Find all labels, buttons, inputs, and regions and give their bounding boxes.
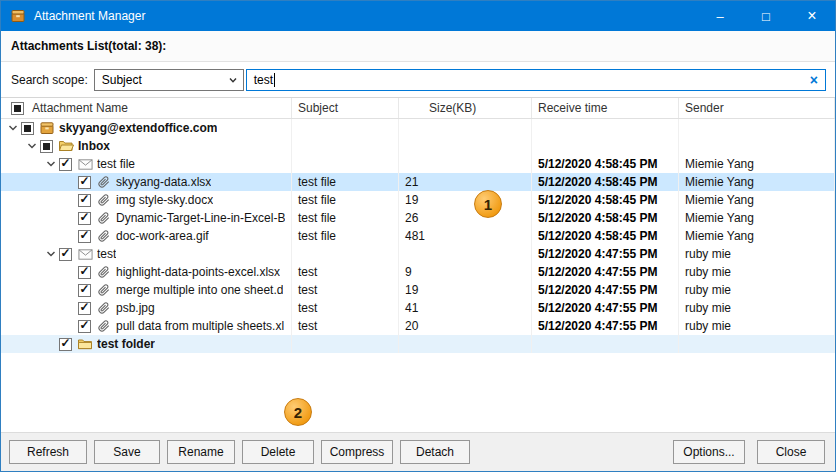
row-checkbox[interactable]: ✓	[78, 230, 91, 243]
cell-subject: test file	[292, 191, 399, 209]
paperclip-icon	[95, 212, 113, 224]
row-checkbox[interactable]: ✓	[78, 212, 91, 225]
row-checkbox[interactable]: ✓	[78, 302, 91, 315]
paperclip-icon	[95, 176, 113, 188]
detach-button[interactable]: Detach	[400, 440, 470, 464]
folder-icon	[76, 336, 94, 352]
row-checkbox[interactable]: ✓	[78, 266, 91, 279]
row-checkbox[interactable]: ✓	[78, 284, 91, 297]
titlebar: Attachment Manager – □ ×	[1, 1, 835, 31]
column-header-size[interactable]: Size(KB)	[399, 98, 532, 118]
compress-button[interactable]: Compress	[321, 440, 393, 464]
expand-chevron-icon[interactable]	[5, 123, 21, 133]
cell-subject: test file	[292, 209, 399, 227]
expand-chevron-icon[interactable]	[43, 249, 59, 259]
cell-sender	[679, 335, 835, 353]
row-checkbox[interactable]: ✓	[78, 320, 91, 333]
row-checkbox[interactable]: ✓	[59, 338, 72, 351]
cell-size: 9	[399, 263, 532, 281]
cell-size: 19	[399, 281, 532, 299]
paperclip-icon	[95, 320, 113, 332]
cell-sender: ruby mie	[679, 263, 835, 281]
table-row[interactable]: ✓pull data from multiple sheets.xltest20…	[1, 317, 835, 335]
save-button[interactable]: Save	[94, 440, 160, 464]
cell-sender: Miemie Yang	[679, 191, 835, 209]
cell-sender	[679, 137, 835, 155]
row-checkbox[interactable]: ✓	[59, 158, 72, 171]
column-header-attachment-name[interactable]: Attachment Name	[1, 98, 292, 118]
cell-attachment-name: ✓img style-sky.docx	[1, 191, 292, 209]
search-input[interactable]: test ×	[246, 69, 826, 91]
cell-sender: ruby mie	[679, 317, 835, 335]
delete-button[interactable]: Delete	[242, 440, 314, 464]
cell-sender: ruby mie	[679, 281, 835, 299]
paperclip-icon	[95, 284, 113, 296]
row-checkbox[interactable]: ✓	[78, 176, 91, 189]
cell-receive-time: 5/12/2020 4:47:55 PM	[532, 263, 679, 281]
row-checkbox[interactable]: ✓	[78, 194, 91, 207]
attachment-name-label: pull data from multiple sheets.xl	[116, 319, 284, 333]
table-row[interactable]: ✓test file5/12/2020 4:58:45 PMMiemie Yan…	[1, 155, 835, 173]
column-label: Attachment Name	[32, 101, 128, 115]
cell-size: 19	[399, 191, 532, 209]
column-header-subject[interactable]: Subject	[292, 98, 399, 118]
table-row[interactable]: ✓skyyang-data.xlsxtest file215/12/2020 4…	[1, 173, 835, 191]
cell-receive-time: 5/12/2020 4:58:45 PM	[532, 227, 679, 245]
refresh-button[interactable]: Refresh	[9, 440, 87, 464]
table-row[interactable]: Inbox	[1, 137, 835, 155]
search-row: Search scope: Subject test ×	[1, 62, 835, 97]
column-label: Size(KB)	[429, 101, 476, 115]
rename-button[interactable]: Rename	[167, 440, 235, 464]
maximize-icon[interactable]: □	[743, 1, 789, 31]
cell-attachment-name: ✓pull data from multiple sheets.xl	[1, 317, 292, 335]
table-header: Attachment Name Subject Size(KB) Receive…	[1, 98, 835, 119]
mail-icon	[76, 158, 94, 171]
search-scope-select[interactable]: Subject	[94, 69, 244, 91]
cell-attachment-name: ✓test folder	[1, 335, 292, 353]
search-scope-value: Subject	[102, 73, 142, 87]
cell-receive-time: 5/12/2020 4:47:55 PM	[532, 245, 679, 263]
table-row[interactable]: ✓test5/12/2020 4:47:55 PMruby mie	[1, 245, 835, 263]
cell-size: 26	[399, 209, 532, 227]
close-icon[interactable]: ×	[789, 1, 835, 31]
row-checkbox[interactable]	[21, 122, 34, 135]
column-header-sender[interactable]: Sender	[679, 98, 835, 118]
options-button[interactable]: Options...	[673, 440, 745, 464]
column-header-receive-time[interactable]: Receive time	[532, 98, 679, 118]
table-row[interactable]: ✓test folder	[1, 335, 835, 353]
cell-sender: Miemie Yang	[679, 209, 835, 227]
table-row[interactable]: ✓highlight-data-points-excel.xlsxtest95/…	[1, 263, 835, 281]
cell-size: 41	[399, 299, 532, 317]
table-row[interactable]: ✓doc-work-area.giftest file4815/12/2020 …	[1, 227, 835, 245]
cell-attachment-name: skyyang@extendoffice.com	[1, 119, 292, 137]
cell-sender: ruby mie	[679, 299, 835, 317]
cell-attachment-name: ✓doc-work-area.gif	[1, 227, 292, 245]
paperclip-icon	[95, 194, 113, 206]
expand-chevron-icon[interactable]	[43, 159, 59, 169]
table-row[interactable]: ✓psb.jpgtest415/12/2020 4:47:55 PMruby m…	[1, 299, 835, 317]
cell-size	[399, 137, 532, 155]
paperclip-icon	[95, 230, 113, 242]
attachment-name-label: doc-work-area.gif	[116, 229, 209, 243]
cell-receive-time: 5/12/2020 4:58:45 PM	[532, 155, 679, 173]
row-checkbox[interactable]: ✓	[59, 248, 72, 261]
clear-search-icon[interactable]: ×	[810, 72, 818, 88]
attachment-name-label: img style-sky.docx	[116, 193, 213, 207]
cell-subject: test file	[292, 227, 399, 245]
attachment-name-label: skyyang-data.xlsx	[116, 175, 211, 189]
select-all-checkbox[interactable]	[11, 102, 24, 115]
expand-chevron-icon[interactable]	[24, 141, 40, 151]
row-checkbox[interactable]	[40, 140, 53, 153]
search-query-text: test	[254, 73, 273, 87]
cell-size: 481	[399, 227, 532, 245]
chevron-down-icon	[228, 75, 238, 85]
app-icon	[10, 8, 26, 24]
table-row[interactable]: ✓merge multiple into one sheet.dtest195/…	[1, 281, 835, 299]
table-row[interactable]: ✓Dynamic-Target-Line-in-Excel-Btest file…	[1, 209, 835, 227]
table-row[interactable]: skyyang@extendoffice.com	[1, 119, 835, 137]
info-row: Attachments List(total: 38):	[1, 31, 835, 62]
minimize-icon[interactable]: –	[697, 1, 743, 31]
close-button[interactable]: Close	[757, 440, 825, 464]
cell-sender: Miemie Yang	[679, 173, 835, 191]
table-row[interactable]: ✓img style-sky.docxtest file195/12/2020 …	[1, 191, 835, 209]
